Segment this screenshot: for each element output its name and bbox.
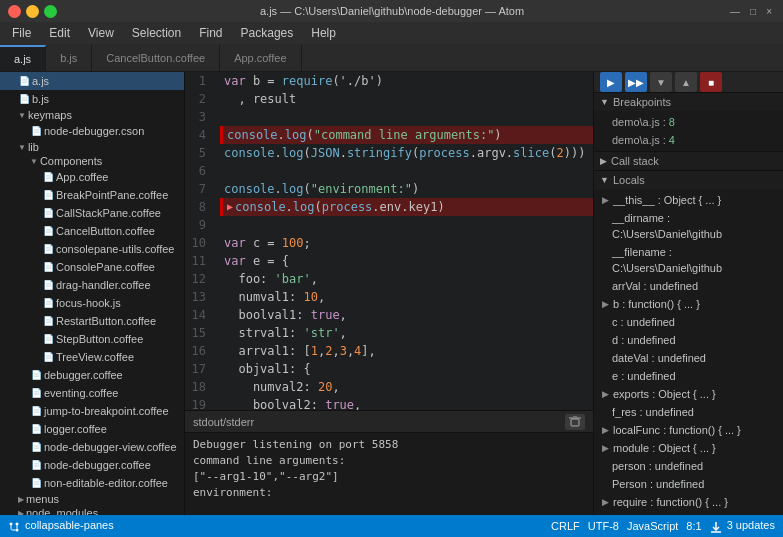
- tab-app-coffee[interactable]: App.coffee: [220, 45, 301, 71]
- win-close[interactable]: ×: [763, 6, 775, 17]
- code-line-7: console.log("environment:"): [220, 180, 593, 198]
- menu-file[interactable]: File: [4, 24, 39, 42]
- breakpoint-item-2[interactable]: demo\a.js : 4: [594, 131, 783, 149]
- breakpoints-header[interactable]: ▼ Breakpoints: [594, 93, 783, 111]
- sidebar-item-treeview[interactable]: 📄 TreeView.coffee: [0, 348, 184, 366]
- sidebar-item-keymaps[interactable]: ▼ keymaps: [0, 108, 184, 122]
- editor-content: 1 2 3 4 5 6 7 8 9 10 11 12 13 14 15 16 1: [185, 72, 593, 410]
- updates-badge[interactable]: 3 updates: [710, 519, 775, 532]
- win-maximize[interactable]: □: [747, 6, 759, 17]
- menu-help[interactable]: Help: [303, 24, 344, 42]
- locals-item-localfunc[interactable]: ▶ localFunc : function() { ... }: [594, 421, 783, 439]
- line-num-3: 3: [185, 108, 212, 126]
- sidebar-item-consolepane-utils[interactable]: 📄 consolepane-utils.coffee: [0, 240, 184, 258]
- menu-view[interactable]: View: [80, 24, 122, 42]
- line-num-16: 16: [185, 342, 212, 360]
- sidebar-item-restartbutton[interactable]: 📄 RestartButton.coffee: [0, 312, 184, 330]
- sidebar-item-menus[interactable]: ▶ menus: [0, 492, 184, 506]
- line-ending[interactable]: CRLF: [551, 520, 580, 532]
- debug-step-over-button[interactable]: ▶▶: [625, 72, 647, 92]
- tab-a-js[interactable]: a.js: [0, 45, 46, 71]
- close-btn[interactable]: [8, 5, 21, 18]
- expand-arrow-icon: ▶: [602, 440, 609, 456]
- minimize-btn[interactable]: [26, 5, 39, 18]
- callstack-header[interactable]: ▶ Call stack: [594, 152, 783, 170]
- sidebar-item-cancelbutton[interactable]: 📄 CancelButton.coffee: [0, 222, 184, 240]
- debug-step-down-button[interactable]: ▼: [650, 72, 672, 92]
- sidebar-label: StepButton.coffee: [56, 333, 143, 345]
- file-icon: 📄: [16, 91, 32, 107]
- file-icon: 📄: [40, 331, 56, 347]
- breakpoint-line-2: 4: [669, 134, 675, 146]
- file-icon: 📄: [40, 313, 56, 329]
- tabs-bar: a.js b.js CancelButton.coffee App.coffee: [0, 44, 783, 72]
- sidebar-item-app-coffee[interactable]: 📄 App.coffee: [0, 168, 184, 186]
- code-line-12: foo: 'bar',: [220, 270, 593, 288]
- locals-item-this[interactable]: ▶ __this__ : Object { ... }: [594, 191, 783, 209]
- locals-item-dirname: __dirname : C:\Users\Daniel\github: [594, 209, 783, 243]
- menu-find[interactable]: Find: [191, 24, 230, 42]
- sidebar-item-logger[interactable]: 📄 logger.coffee: [0, 420, 184, 438]
- sidebar-item-b-js[interactable]: 📄 b.js: [0, 90, 184, 108]
- code-line-19: boolval2: true,: [220, 396, 593, 410]
- menu-selection[interactable]: Selection: [124, 24, 189, 42]
- breakpoint-item-1[interactable]: demo\a.js : 8: [594, 113, 783, 131]
- language-mode[interactable]: JavaScript: [627, 520, 678, 532]
- sidebar-item-node-modules[interactable]: ▶ node_modules: [0, 506, 184, 515]
- code-editor[interactable]: 1 2 3 4 5 6 7 8 9 10 11 12 13 14 15 16 1: [185, 72, 593, 410]
- sidebar-item-a-js[interactable]: 📄 a.js: [0, 72, 184, 90]
- sidebar-item-non-editable-editor[interactable]: 📄 non-editable-editor.coffee: [0, 474, 184, 492]
- status-left: collapsable-panes: [8, 519, 114, 532]
- svg-point-4: [16, 528, 19, 531]
- line-num-10: 10: [185, 234, 212, 252]
- sidebar-item-consolepane[interactable]: 📄 ConsolePane.coffee: [0, 258, 184, 276]
- line-num-18: 18: [185, 378, 212, 396]
- git-branch-name: collapsable-panes: [25, 519, 114, 531]
- debug-stop-button[interactable]: ■: [700, 72, 722, 92]
- menu-edit[interactable]: Edit: [41, 24, 78, 42]
- sidebar-item-eventing[interactable]: 📄 eventing.coffee: [0, 384, 184, 402]
- locals-item-b[interactable]: ▶ b : function() { ... }: [594, 295, 783, 313]
- folder-arrow-icon: ▶: [18, 495, 24, 504]
- expand-arrow-icon: ▶: [602, 296, 609, 312]
- tab-b-js[interactable]: b.js: [46, 45, 92, 71]
- locals-exports-label: exports : Object { ... }: [613, 386, 716, 402]
- menu-packages[interactable]: Packages: [233, 24, 302, 42]
- sidebar-item-jump-to-breakpoint[interactable]: 📄 jump-to-breakpoint.coffee: [0, 402, 184, 420]
- sidebar-item-callstackpane[interactable]: 📄 CallStackPane.coffee: [0, 204, 184, 222]
- line-num-9: 9: [185, 216, 212, 234]
- file-icon: 📄: [28, 403, 44, 419]
- sidebar-item-node-debugger[interactable]: 📄 node-debugger.coffee: [0, 456, 184, 474]
- sidebar-item-node-debugger-view[interactable]: 📄 node-debugger-view.coffee: [0, 438, 184, 456]
- sidebar-item-stepbutton[interactable]: 📄 StepButton.coffee: [0, 330, 184, 348]
- sidebar-item-breakpointpane[interactable]: 📄 BreakPointPane.coffee: [0, 186, 184, 204]
- console-clear-button[interactable]: [565, 414, 585, 430]
- sidebar-item-drag-handler[interactable]: 📄 drag-handler.coffee: [0, 276, 184, 294]
- locals-item-person-upper: Person : undefined: [594, 475, 783, 493]
- right-panel: ▶ ▶▶ ▼ ▲ ■ ▼ Breakpoints demo\a.js : 8 d…: [593, 72, 783, 515]
- debug-continue-button[interactable]: ▶: [600, 72, 622, 92]
- sidebar-item-lib[interactable]: ▼ lib: [0, 140, 184, 154]
- sidebar-item-focus-hook[interactable]: 📄 focus-hook.js: [0, 294, 184, 312]
- sidebar-item-debugger[interactable]: 📄 debugger.coffee: [0, 366, 184, 384]
- locals-header[interactable]: ▼ Locals: [594, 171, 783, 189]
- tab-cancel-coffee[interactable]: CancelButton.coffee: [92, 45, 220, 71]
- sidebar-item-components[interactable]: ▼ Components: [0, 154, 184, 168]
- maximize-btn[interactable]: [44, 5, 57, 18]
- locals-item-exports[interactable]: ▶ exports : Object { ... }: [594, 385, 783, 403]
- charset[interactable]: UTF-8: [588, 520, 619, 532]
- file-icon: 📄: [40, 295, 56, 311]
- win-minimize[interactable]: —: [727, 6, 743, 17]
- line-num-11: 11: [185, 252, 212, 270]
- locals-item-require[interactable]: ▶ require : function() { ... }: [594, 493, 783, 511]
- line-num-7: 7: [185, 180, 212, 198]
- code-line-8: ▶console.log(process.env.key1): [220, 198, 593, 216]
- locals-item-arrval: arrVal : undefined: [594, 277, 783, 295]
- sidebar-item-node-debugger-cson[interactable]: 📄 node-debugger.cson: [0, 122, 184, 140]
- sidebar-label: node-debugger.coffee: [44, 459, 151, 471]
- code-line-1: var b = require('./b'): [220, 72, 593, 90]
- sidebar-label: debugger.coffee: [44, 369, 123, 381]
- sidebar-label: ConsolePane.coffee: [56, 261, 155, 273]
- locals-item-module[interactable]: ▶ module : Object { ... }: [594, 439, 783, 457]
- debug-step-up-button[interactable]: ▲: [675, 72, 697, 92]
